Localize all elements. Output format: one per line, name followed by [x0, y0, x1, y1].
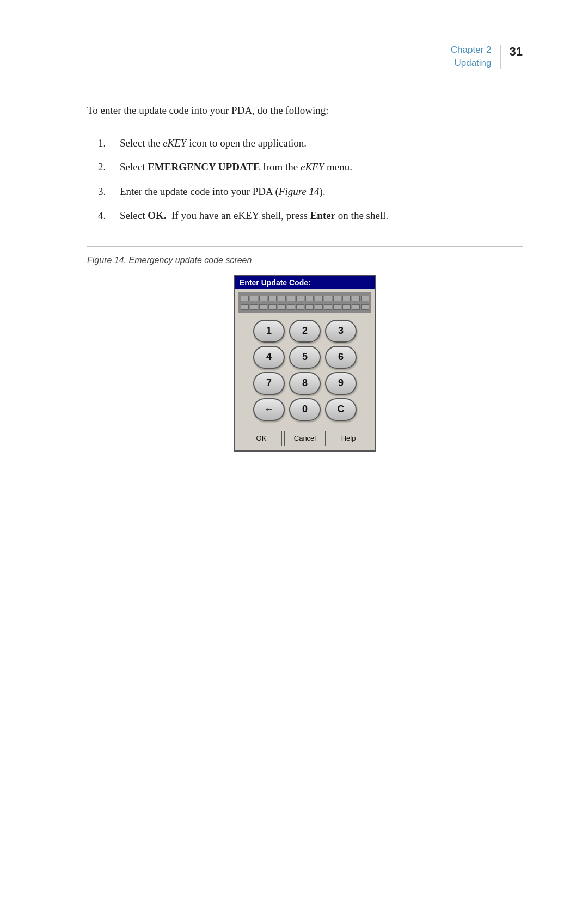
input-cell	[278, 296, 286, 301]
input-cell	[268, 296, 277, 301]
chapter-label: Chapter 2	[451, 44, 492, 57]
key-9[interactable]: 9	[325, 372, 357, 395]
key-3[interactable]: 3	[325, 320, 357, 343]
input-cell	[324, 304, 332, 310]
key-0[interactable]: 0	[289, 398, 321, 421]
input-cell	[241, 296, 249, 301]
input-cell	[352, 296, 360, 301]
step-3: 3. Enter the update code into your PDA (…	[87, 184, 523, 200]
keypad-title-bar: Enter Update Code:	[235, 276, 375, 289]
step-4-text: Select OK. If you have an eKEY shell, pr…	[120, 208, 388, 224]
key-2[interactable]: 2	[289, 320, 321, 343]
keypad-row-2: 4 5 6	[241, 346, 369, 369]
key-5[interactable]: 5	[289, 346, 321, 369]
page-header: Chapter 2 Updating 31	[87, 44, 523, 70]
input-cell	[241, 304, 249, 310]
step-2-number: 2.	[98, 159, 120, 175]
chapter-sublabel: Updating	[451, 57, 492, 70]
step-1-text: Select the eKEY icon to open the applica…	[120, 135, 307, 151]
key-1[interactable]: 1	[253, 320, 285, 343]
input-cell	[287, 304, 295, 310]
input-cell	[268, 304, 277, 310]
input-cell	[259, 296, 267, 301]
input-cell	[305, 296, 314, 301]
ok-button[interactable]: OK	[241, 431, 282, 446]
input-cell	[287, 296, 295, 301]
input-cell	[278, 304, 286, 310]
key-4[interactable]: 4	[253, 346, 285, 369]
page-number: 31	[510, 45, 523, 59]
step-1: 1. Select the eKEY icon to open the appl…	[87, 135, 523, 151]
input-cell	[315, 304, 323, 310]
keypad-buttons: 1 2 3 4 5 6 7 8 9 ← 0 C	[235, 316, 375, 429]
keypad-screen: Enter Update Code:	[234, 275, 376, 452]
help-button[interactable]: Help	[328, 431, 369, 446]
input-cell	[250, 304, 258, 310]
steps-list: 1. Select the eKEY icon to open the appl…	[87, 135, 523, 224]
keypad-row-3: 7 8 9	[241, 372, 369, 395]
input-cell	[315, 296, 323, 301]
input-cell	[342, 304, 351, 310]
keypad-row-1: 1 2 3	[241, 320, 369, 343]
page-container: Chapter 2 Updating 31 To enter the updat…	[0, 0, 588, 909]
keypad-title: Enter Update Code:	[240, 278, 311, 287]
figure-caption: Figure 14. Emergency update code screen	[87, 255, 523, 265]
input-cell	[352, 304, 360, 310]
key-8[interactable]: 8	[289, 372, 321, 395]
header-right: 31	[492, 44, 523, 69]
input-cell	[250, 296, 258, 301]
input-cell	[342, 296, 351, 301]
step-4: 4. Select OK. If you have an eKEY shell,…	[87, 208, 523, 224]
input-cell	[361, 296, 369, 301]
input-cell	[305, 304, 314, 310]
key-6[interactable]: 6	[325, 346, 357, 369]
input-cell	[333, 304, 341, 310]
input-cell	[361, 304, 369, 310]
key-clear[interactable]: C	[325, 398, 357, 421]
input-cell	[333, 296, 341, 301]
input-cell	[296, 296, 304, 301]
chapter-info: Chapter 2 Updating	[451, 44, 492, 70]
keypad-row-4: ← 0 C	[241, 398, 369, 421]
input-cell	[259, 304, 267, 310]
input-cell	[296, 304, 304, 310]
input-cell	[324, 296, 332, 301]
intro-text: To enter the update code into your PDA, …	[87, 102, 523, 119]
keypad-input-area	[238, 292, 371, 313]
step-2: 2. Select EMERGENCY UPDATE from the eKEY…	[87, 159, 523, 175]
step-3-text: Enter the update code into your PDA (Fig…	[120, 184, 326, 200]
step-3-number: 3.	[98, 184, 120, 200]
keypad-bottom-row: OK Cancel Help	[235, 429, 375, 450]
step-4-number: 4.	[98, 208, 120, 224]
step-2-text: Select EMERGENCY UPDATE from the eKEY me…	[120, 159, 352, 175]
key-backspace[interactable]: ←	[253, 398, 285, 421]
header-divider	[500, 45, 501, 69]
figure-container: Enter Update Code:	[87, 275, 523, 452]
figure-divider	[87, 246, 523, 247]
step-1-number: 1.	[98, 135, 120, 151]
cancel-button[interactable]: Cancel	[284, 431, 326, 446]
key-7[interactable]: 7	[253, 372, 285, 395]
